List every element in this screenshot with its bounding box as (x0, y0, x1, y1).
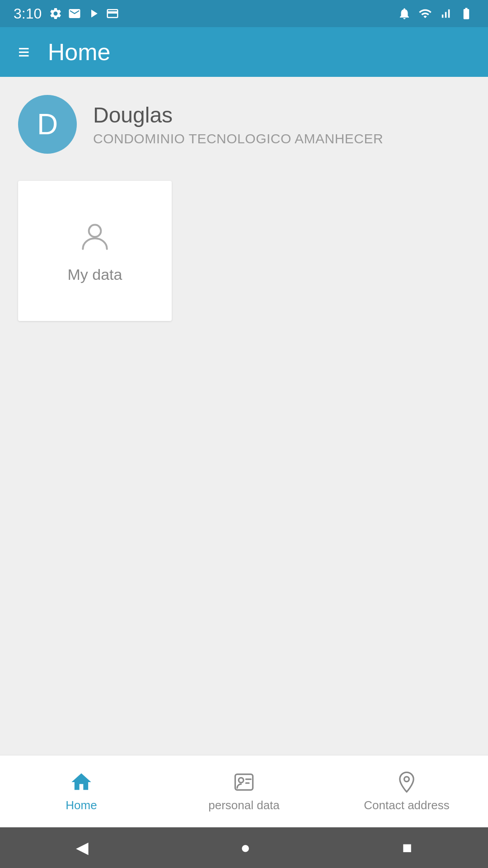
nav-item-contact-address[interactable]: Contact address (325, 770, 488, 812)
nav-item-personal-data[interactable]: personal data (163, 770, 325, 812)
menu-icon[interactable]: ≡ (18, 42, 30, 62)
person-icon (77, 219, 113, 255)
avatar-letter: D (37, 108, 58, 141)
user-name: Douglas (93, 103, 383, 127)
status-icons-right (398, 7, 474, 20)
android-home-button[interactable]: ● (240, 838, 250, 857)
avatar: D (18, 95, 77, 154)
my-data-card[interactable]: My data (18, 181, 172, 321)
user-profile: D Douglas CONDOMINIO TECNOLOGICO AMANHEC… (0, 77, 488, 167)
status-bar: 3:10 (0, 0, 488, 27)
svg-point-5 (404, 777, 409, 782)
user-condo: CONDOMINIO TECNOLOGICO AMANHECER (93, 131, 383, 146)
android-back-button[interactable]: ◀ (76, 838, 89, 857)
home-nav-icon (70, 770, 93, 794)
card-icon (106, 7, 119, 20)
location-pin-nav-icon (395, 770, 418, 794)
my-data-label: My data (68, 266, 122, 283)
gear-icon (49, 7, 62, 20)
nav-label-personal-data: personal data (208, 798, 280, 812)
bell-off-icon (398, 7, 411, 20)
status-icons-left (49, 7, 119, 20)
play-icon (87, 7, 100, 20)
user-info: Douglas CONDOMINIO TECNOLOGICO AMANHECER (93, 103, 383, 146)
wifi-icon (418, 7, 433, 20)
app-bar: ≡ Home (0, 27, 488, 77)
svg-point-2 (239, 778, 244, 783)
android-nav-bar: ◀ ● ■ (0, 827, 488, 868)
main-content: My data (0, 167, 488, 755)
personal-data-nav-icon (232, 770, 256, 794)
status-time: 3:10 (14, 5, 42, 22)
status-left: 3:10 (14, 5, 119, 22)
mail-icon (68, 7, 81, 20)
nav-label-home: Home (66, 798, 97, 812)
battery-icon (458, 7, 474, 20)
svg-point-0 (89, 225, 101, 237)
bottom-nav: Home personal data Contact address (0, 755, 488, 827)
nav-item-home[interactable]: Home (0, 770, 163, 812)
signal-icon (439, 7, 452, 20)
app-bar-title: Home (48, 38, 111, 66)
nav-label-contact-address: Contact address (364, 798, 449, 812)
android-recent-button[interactable]: ■ (402, 838, 412, 857)
